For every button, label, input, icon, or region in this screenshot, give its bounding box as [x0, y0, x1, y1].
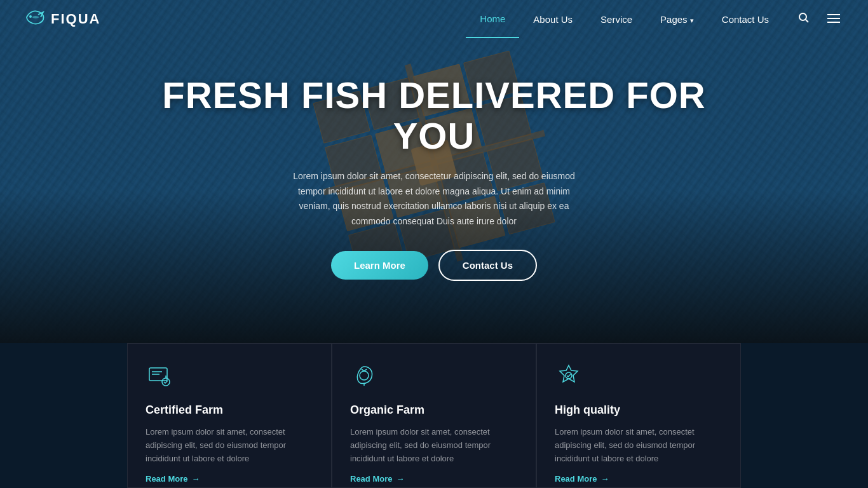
card-high-quality-desc: Lorem ipsum dolor sit amet, consectet ad… — [555, 426, 722, 465]
hero-title: FRESH FISH DELIVERED FOR YOU — [127, 75, 741, 156]
cards-section: Certified Farm Lorem ipsum dolor sit ame… — [0, 343, 868, 488]
leaf-icon — [350, 362, 518, 393]
nav-home-link[interactable]: Home — [466, 1, 519, 38]
arrow-right-icon: → — [600, 474, 609, 484]
hero-buttons: Learn More Contact Us — [127, 250, 741, 281]
logo-icon — [25, 8, 46, 30]
card-certified-farm-title: Certified Farm — [146, 403, 313, 417]
nav-home[interactable]: Home — [466, 1, 519, 38]
chevron-down-icon: ▾ — [690, 17, 694, 24]
card-organic-farm-link[interactable]: Read More → — [350, 474, 518, 484]
card-organic-farm-title: Organic Farm — [350, 403, 518, 417]
arrow-right-icon: → — [396, 474, 404, 484]
nav-contact[interactable]: Contact Us — [708, 1, 783, 37]
svg-point-1 — [799, 13, 806, 20]
badge-icon — [555, 362, 722, 393]
search-button[interactable] — [796, 10, 812, 29]
nav-service[interactable]: Service — [587, 1, 646, 37]
card-organic-farm: Organic Farm Lorem ipsum dolor sit amet,… — [332, 343, 536, 488]
nav-service-link[interactable]: Service — [587, 1, 646, 37]
navbar: FIQUA Home About Us Service Pages ▾ Cont… — [0, 0, 868, 38]
nav-pages-link[interactable]: Pages ▾ — [646, 1, 708, 37]
arrow-right-icon: → — [191, 474, 200, 484]
card-certified-farm-link[interactable]: Read More → — [146, 474, 313, 484]
svg-point-11 — [360, 371, 369, 380]
menu-button[interactable] — [825, 10, 843, 29]
logo[interactable]: FIQUA — [25, 8, 100, 30]
nav-pages[interactable]: Pages ▾ — [646, 1, 708, 37]
certificate-icon — [146, 362, 313, 393]
nav-about-link[interactable]: About Us — [519, 1, 587, 37]
svg-line-2 — [806, 19, 809, 22]
logo-text: FIQUA — [51, 11, 100, 27]
nav-links: Home About Us Service Pages ▾ Contact Us — [466, 1, 783, 38]
hero-content: FRESH FISH DELIVERED FOR YOU Lorem ipsum… — [0, 75, 868, 281]
card-high-quality-title: High quality — [555, 403, 722, 417]
card-high-quality: High quality Lorem ipsum dolor sit amet,… — [536, 343, 741, 488]
nav-icons — [796, 10, 843, 29]
hero-section: FRESH FISH DELIVERED FOR YOU Lorem ipsum… — [0, 0, 868, 343]
svg-marker-13 — [560, 365, 578, 382]
card-organic-farm-desc: Lorem ipsum dolor sit amet, consectet ad… — [350, 426, 518, 465]
nav-contact-link[interactable]: Contact Us — [708, 1, 783, 37]
contact-us-button[interactable]: Contact Us — [438, 250, 537, 281]
card-high-quality-link[interactable]: Read More → — [555, 474, 722, 484]
svg-point-0 — [29, 15, 32, 18]
nav-about[interactable]: About Us — [519, 1, 587, 37]
card-certified-farm: Certified Farm Lorem ipsum dolor sit ame… — [127, 343, 332, 488]
hero-description: Lorem ipsum dolor sit amet, consectetur … — [281, 169, 587, 229]
learn-more-button[interactable]: Learn More — [331, 251, 428, 280]
card-certified-farm-desc: Lorem ipsum dolor sit amet, consectet ad… — [146, 426, 313, 465]
